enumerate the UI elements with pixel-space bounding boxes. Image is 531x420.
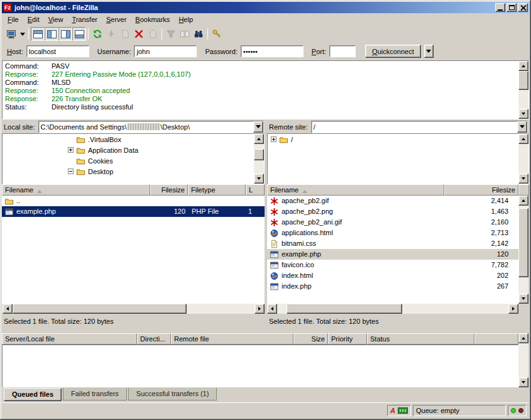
scrollbar-track[interactable]: [277, 304, 508, 314]
menu-edit[interactable]: Edit: [23, 14, 44, 25]
local-list-hscrollbar[interactable]: [3, 304, 265, 314]
column-header-filename[interactable]: Filename: [267, 184, 444, 196]
local-tree-scrollbar[interactable]: [254, 134, 264, 184]
scroll-up-button[interactable]: [518, 134, 528, 144]
menu-view[interactable]: View: [44, 14, 68, 25]
scroll-right-button[interactable]: [508, 304, 518, 314]
queue-scrollbar[interactable]: [518, 333, 528, 387]
tree-item[interactable]: Application Data: [3, 145, 264, 155]
scroll-down-button[interactable]: [518, 109, 528, 119]
refresh-button[interactable]: [90, 27, 104, 41]
file-row[interactable]: apache_pb2.gif2,414: [267, 196, 518, 206]
tree-expander-minus-icon[interactable]: [68, 169, 74, 174]
file-row[interactable]: applications.html2,713: [267, 228, 518, 238]
file-row-selected[interactable]: example.php 120 PHP File 1: [2, 206, 265, 217]
tree-item[interactable]: /: [268, 134, 528, 145]
scroll-left-button[interactable]: [3, 304, 13, 314]
column-header-filesize[interactable]: Filesize: [150, 184, 188, 196]
scrollbar-track[interactable]: [254, 144, 264, 174]
scrollbar-track[interactable]: [518, 206, 528, 294]
remote-site-combo[interactable]: /: [311, 121, 528, 133]
menu-help[interactable]: Help: [174, 14, 197, 25]
column-header-last-modified[interactable]: L: [246, 184, 265, 196]
local-site-dropdown-button[interactable]: [253, 121, 263, 133]
directory-comparison-button[interactable]: [178, 27, 192, 41]
scrollbar-thumb[interactable]: [13, 304, 187, 314]
username-input[interactable]: [134, 45, 197, 57]
column-header-filesize[interactable]: Filesize: [444, 184, 518, 196]
site-manager-dropdown-button[interactable]: [18, 27, 26, 41]
host-input[interactable]: [26, 45, 89, 57]
tree-expander-plus-icon[interactable]: [68, 147, 74, 153]
tab-queued-files[interactable]: Queued files: [4, 388, 62, 401]
column-header-filetype[interactable]: Filetype: [188, 184, 246, 196]
scroll-down-button[interactable]: [254, 174, 264, 184]
menu-transfer[interactable]: Transfer: [67, 14, 102, 25]
scroll-up-button[interactable]: [518, 333, 528, 343]
column-header-size[interactable]: Size: [293, 333, 328, 345]
tab-successful-transfers[interactable]: Successful transfers (1): [128, 388, 217, 401]
tab-failed-transfers[interactable]: Failed transfers: [63, 388, 127, 401]
remote-site-dropdown-button[interactable]: [517, 121, 527, 133]
tree-item[interactable]: Desktop: [3, 166, 264, 177]
cancel-operation-button[interactable]: [118, 27, 132, 41]
tree-expander-plus-icon[interactable]: [271, 136, 276, 142]
remote-list-scrollbar[interactable]: [518, 196, 528, 304]
scroll-up-button[interactable]: [518, 196, 528, 206]
toggle-remote-tree-button[interactable]: [58, 27, 72, 41]
file-row[interactable]: index.html202: [267, 270, 518, 281]
scroll-right-button[interactable]: [255, 304, 265, 314]
local-site-combo[interactable]: C:\Documents and Settings\ \Desktop\: [38, 121, 264, 133]
password-input[interactable]: [241, 45, 304, 57]
column-header-remote-file[interactable]: Remote file: [171, 333, 293, 345]
port-input[interactable]: [329, 45, 356, 57]
scrollbar-thumb[interactable]: [254, 149, 264, 160]
remote-list-hscrollbar[interactable]: [267, 304, 518, 314]
menu-file[interactable]: File: [3, 14, 23, 25]
tree-item[interactable]: .VirtualBox: [3, 134, 264, 145]
file-row[interactable]: index.php267: [267, 281, 518, 292]
scroll-up-button[interactable]: [518, 61, 528, 71]
scrollbar-track[interactable]: [518, 343, 528, 377]
queue-list[interactable]: [2, 345, 518, 387]
scroll-up-button[interactable]: [254, 134, 264, 144]
menu-bookmarks[interactable]: Bookmarks: [131, 14, 174, 25]
file-row-selected[interactable]: example.php120: [267, 249, 518, 260]
scroll-down-button[interactable]: [518, 174, 528, 184]
site-manager-button[interactable]: [4, 27, 18, 41]
column-header-direction[interactable]: Directi...: [137, 333, 171, 345]
column-header-filename[interactable]: Filename: [2, 184, 150, 196]
column-header-server-local-file[interactable]: Server/Local file: [2, 333, 137, 345]
settings-button[interactable]: [210, 27, 224, 41]
menu-server[interactable]: Server: [102, 14, 131, 25]
column-header-priority[interactable]: Priority: [328, 333, 367, 345]
reconnect-button[interactable]: [146, 27, 160, 41]
file-row[interactable]: apache_pb2_ani.gif2,160: [267, 217, 518, 228]
toggle-message-log-button[interactable]: [31, 27, 45, 41]
find-files-button[interactable]: [192, 27, 205, 41]
scrollbar-track[interactable]: [13, 304, 255, 314]
file-row[interactable]: apache_pb2.png1,463: [267, 206, 518, 217]
log-scrollbar[interactable]: [518, 61, 528, 119]
file-row[interactable]: ..: [2, 196, 265, 206]
quickconnect-dropdown-button[interactable]: [424, 45, 434, 58]
file-row[interactable]: favicon.ico7,782: [267, 260, 518, 270]
column-header-status[interactable]: Status: [367, 333, 474, 345]
disconnect-button[interactable]: [132, 27, 146, 41]
scrollbar-thumb[interactable]: [518, 71, 528, 90]
scrollbar-track[interactable]: [518, 144, 528, 174]
tree-item[interactable]: Cookies: [3, 155, 264, 166]
file-row[interactable]: bitnami.css2,142: [267, 238, 518, 249]
scrollbar-thumb[interactable]: [518, 208, 528, 277]
remote-tree-scrollbar[interactable]: [518, 134, 528, 184]
quickconnect-button[interactable]: Quickconnect: [365, 45, 421, 58]
titlebar[interactable]: Fz john@localhost - FileZilla: [2, 2, 529, 13]
scrollbar-thumb[interactable]: [287, 304, 402, 314]
scroll-left-button[interactable]: [267, 304, 277, 314]
close-button[interactable]: [518, 3, 528, 12]
toggle-queue-button[interactable]: [72, 27, 86, 41]
scrollbar-track[interactable]: [518, 71, 528, 109]
scroll-down-button[interactable]: [518, 294, 528, 304]
scroll-down-button[interactable]: [518, 377, 528, 387]
toggle-local-tree-button[interactable]: [45, 27, 58, 41]
